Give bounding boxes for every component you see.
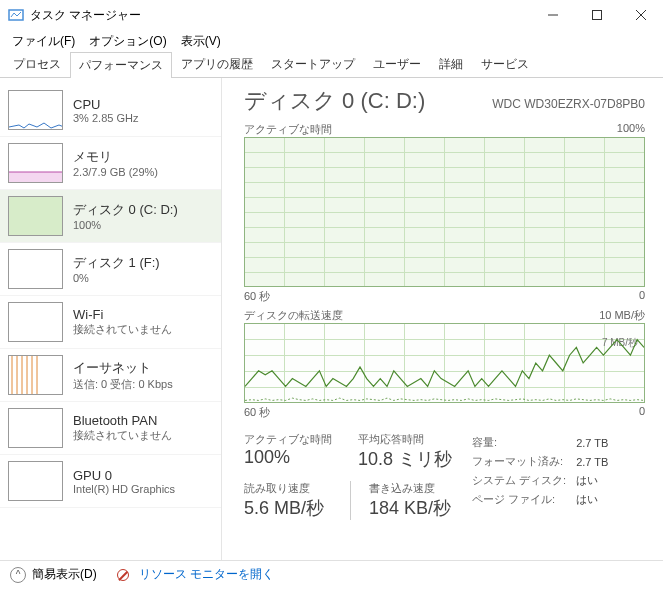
detail-model: WDC WD30EZRX-07D8PB0 [492,97,645,111]
sidebar-item-6[interactable]: Bluetooth PAN接続されていません [0,402,221,455]
chart2-xleft: 60 秒 [244,405,270,420]
tab-processes[interactable]: プロセス [4,51,70,77]
chart1-max: 100% [617,122,645,137]
sidebar-name: ディスク 0 (C: D:) [73,201,178,219]
tabstrip: プロセス パフォーマンス アプリの履歴 スタートアップ ユーザー 詳細 サービス [0,52,663,78]
chart1-label: アクティブな時間 [244,122,332,137]
chart2-label: ディスクの転送速度 [244,308,343,323]
chart1-xleft: 60 秒 [244,289,270,304]
tab-startup[interactable]: スタートアップ [262,51,364,77]
sidebar-thumb-7 [8,461,63,501]
tab-users[interactable]: ユーザー [364,51,430,77]
active-time-chart [244,137,645,287]
chart2-max: 10 MB/秒 [599,308,645,323]
sidebar-item-7[interactable]: GPU 0Intel(R) HD Graphics [0,455,221,508]
metric-write-label: 書き込み速度 [369,481,451,496]
metric-read-label: 読み取り速度 [244,481,324,496]
sidebar-item-4[interactable]: Wi-Fi接続されていません [0,296,221,349]
sidebar-name: CPU [73,97,138,112]
sidebar-thumb-1 [8,143,63,183]
minimize-button[interactable] [531,0,575,30]
svg-rect-5 [9,172,63,183]
sidebar-thumb-6 [8,408,63,448]
chart1-xright: 0 [639,289,645,304]
sidebar-sub: 3% 2.85 GHz [73,112,138,124]
sidebar-name: メモリ [73,148,158,166]
sidebar-item-5[interactable]: イーサネット送信: 0 受信: 0 Kbps [0,349,221,402]
close-button[interactable] [619,0,663,30]
tab-performance[interactable]: パフォーマンス [70,52,172,78]
menu-view[interactable]: 表示(V) [175,31,227,52]
sidebar-thumb-0 [8,90,63,130]
metric-resp-label: 平均応答時間 [358,432,452,447]
transfer-speed-chart: 7 MB/秒 [244,323,645,403]
sidebar-item-3[interactable]: ディスク 1 (F:)0% [0,243,221,296]
sidebar-sub: 100% [73,219,178,231]
taskmgr-icon [8,7,24,23]
sidebar-sub: 接続されていません [73,322,172,337]
sidebar-item-2[interactable]: ディスク 0 (C: D:)100% [0,190,221,243]
detail-pane: ディスク 0 (C: D:) WDC WD30EZRX-07D8PB0 アクティ… [222,78,663,560]
metric-active-label: アクティブな時間 [244,432,332,447]
sidebar[interactable]: CPU3% 2.85 GHzメモリ2.3/7.9 GB (29%)ディスク 0 … [0,78,222,560]
prohibit-icon [117,569,129,581]
sidebar-sub: 接続されていません [73,428,172,443]
sidebar-item-0[interactable]: CPU3% 2.85 GHz [0,84,221,137]
disk-info-grid: 容量:2.7 TB フォーマット済み:2.7 TB システム ディスク:はい ペ… [470,432,618,520]
tab-services[interactable]: サービス [472,51,538,77]
sidebar-sub: 0% [73,272,160,284]
maximize-button[interactable] [575,0,619,30]
svg-rect-7 [9,197,63,236]
sidebar-name: イーサネット [73,359,173,377]
detail-title: ディスク 0 (C: D:) [244,86,425,116]
resource-monitor-link[interactable]: リソース モニターを開く [139,566,274,583]
metric-active-value: 100% [244,447,332,468]
window-title: タスク マネージャー [30,7,141,24]
sidebar-name: Bluetooth PAN [73,413,172,428]
menu-options[interactable]: オプション(O) [83,31,172,52]
sidebar-sub: Intel(R) HD Graphics [73,483,175,495]
menubar: ファイル(F) オプション(O) 表示(V) [0,30,663,52]
menu-file[interactable]: ファイル(F) [6,31,81,52]
sidebar-item-1[interactable]: メモリ2.3/7.9 GB (29%) [0,137,221,190]
sidebar-sub: 2.3/7.9 GB (29%) [73,166,158,178]
tab-details[interactable]: 詳細 [430,51,472,77]
sidebar-name: GPU 0 [73,468,175,483]
sidebar-thumb-5 [8,355,63,395]
metric-resp-value: 10.8 ミリ秒 [358,447,452,471]
simple-view-button[interactable]: 簡易表示(D) [32,566,97,583]
metric-read-value: 5.6 MB/秒 [244,496,324,520]
sidebar-thumb-4 [8,302,63,342]
metric-write-value: 184 KB/秒 [369,496,451,520]
sidebar-thumb-3 [8,249,63,289]
titlebar: タスク マネージャー [0,0,663,30]
sidebar-thumb-2 [8,196,63,236]
sidebar-name: ディスク 1 (F:) [73,254,160,272]
bottombar: ^ 簡易表示(D) リソース モニターを開く [0,560,663,588]
chevron-up-icon[interactable]: ^ [10,567,26,583]
svg-rect-2 [593,11,602,20]
sidebar-sub: 送信: 0 受信: 0 Kbps [73,377,173,392]
tab-apphistory[interactable]: アプリの履歴 [172,51,262,77]
sidebar-name: Wi-Fi [73,307,172,322]
chart2-xright: 0 [639,405,645,420]
